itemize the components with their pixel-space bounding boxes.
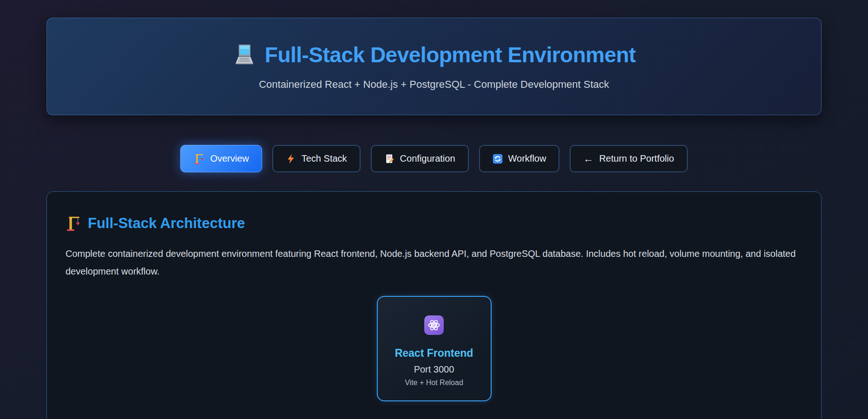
page-subtitle: Containerized React + Node.js + PostgreS… [259,79,609,91]
construction-crane-icon [193,153,204,164]
card-title: React Frontend [395,347,473,360]
left-arrow-icon: ← [583,154,593,164]
return-to-portfolio-button[interactable]: ← Return to Portfolio [570,145,687,172]
tab-bar: Overview Tech Stack [0,145,868,172]
tab-label: Tech Stack [302,153,347,164]
lightning-bolt-icon [286,154,296,164]
tab-label: Configuration [400,153,455,164]
memo-icon [384,154,395,164]
card-detail: Vite + Hot Reload [405,379,463,387]
atom-icon [424,315,444,335]
cycle-arrows-icon [493,154,503,164]
section-description: Complete containerized development envir… [66,245,802,280]
laptop-icon [232,43,256,67]
react-frontend-card: React Frontend Port 3000 Vite + Hot Relo… [377,296,492,401]
tab-overview[interactable]: Overview [180,145,262,172]
tab-label: Overview [210,153,249,164]
page-title: Full-Stack Development Environment [265,42,636,67]
tab-workflow[interactable]: Workflow [479,145,560,172]
tab-label: Workflow [508,153,546,164]
header-banner: Full-Stack Development Environment Conta… [46,18,822,115]
overview-panel: Full-Stack Architecture Complete contain… [46,191,822,419]
tab-tech-stack[interactable]: Tech Stack [272,145,361,172]
card-port: Port 3000 [414,364,454,375]
tab-label: Return to Portfolio [599,153,674,164]
section-title: Full-Stack Architecture [88,215,245,232]
tab-configuration[interactable]: Configuration [371,145,469,172]
construction-crane-icon [66,216,81,231]
